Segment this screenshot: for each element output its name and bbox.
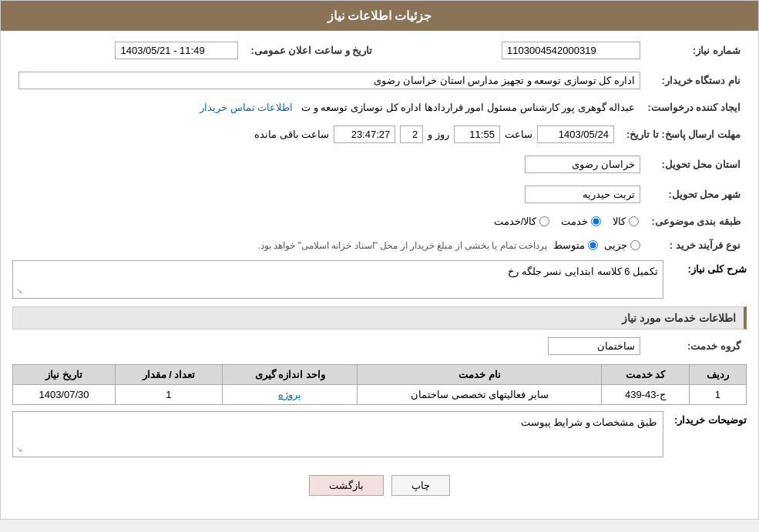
button-group: چاپ بازگشت <box>12 463 747 511</box>
tabaqe-radios: کالا خدمت کالا/خدمت <box>12 212 645 230</box>
khadamat-radio[interactable] <box>591 216 601 226</box>
col-date: تاریخ نیاز <box>13 365 116 385</box>
naveFarayand-content: جزیی متوسط پرداخت تمام یا بخشی از مبلغ خ… <box>12 236 646 254</box>
time-box: 11:55 <box>454 125 500 143</box>
shahr-box: تربت حیدریه <box>525 186 640 203</box>
tabaqe-radio-group: کالا خدمت کالا/خدمت <box>18 216 639 227</box>
payment-text: پرداخت تمام یا بخشی از مبلغ خریدار از مح… <box>258 240 547 251</box>
tozihat-container: طبق مشخصات و شرایط پیوست ↘ <box>12 411 663 457</box>
page-header: جزئیات اطلاعات نیاز <box>1 1 758 31</box>
col-count: تعداد / مقدار <box>115 365 222 385</box>
info-table-grohe: گروه خدمت: ساختمان <box>12 334 747 358</box>
tozihat-row: توضیحات خریدار: طبق مشخصات و شرایط پیوست… <box>12 411 747 457</box>
cell-date: 1403/07/30 <box>13 385 116 405</box>
kala-khadamat-radio-item: کالا/خدمت <box>494 216 550 227</box>
khadamat-radio-item: خدمت <box>561 216 601 227</box>
shahr-value: تربت حیدریه <box>68 182 646 206</box>
ejadKonande-link[interactable]: اطلاعات تماس خریدار <box>200 102 293 113</box>
info-table-ostan: استان محل تحویل: خراسان رضوی <box>12 152 747 176</box>
content-area: شماره نیاز: 1103004542000319 تاریخ و ساع… <box>1 31 758 519</box>
jozei-radio-item: جزیی <box>604 239 640 251</box>
info-table-tabaqe: طبقه بندی موضوعی: کالا خدمت <box>12 212 747 230</box>
baghimande-box: 23:47:27 <box>334 125 395 143</box>
col-unit: واحد اندازه گیری <box>222 365 357 385</box>
page-wrapper: جزئیات اطلاعات نیاز شماره نیاز: 11030045… <box>0 0 759 520</box>
services-table: ردیف کد خدمت نام خدمت واحد اندازه گیری ت… <box>12 364 747 405</box>
shomareNiaz-value: 1103004542000319 <box>388 38 646 62</box>
col-code: کد خدمت <box>602 365 689 385</box>
grohe-label: گروه خدمت: <box>646 334 747 358</box>
cell-unit: پروژه <box>222 385 357 405</box>
shahr-label: شهر محل تحویل: <box>646 182 747 206</box>
print-button[interactable]: چاپ <box>391 475 450 496</box>
naveFarayand-label: نوع فرآیند خرید : <box>646 236 747 254</box>
ostan-box: خراسان رضوی <box>525 156 640 173</box>
jozei-radio[interactable] <box>630 240 640 250</box>
namDastgah-box: اداره کل توسازی توسعه و تجهیز مدارس استا… <box>18 72 640 89</box>
ejadKonande-label: ایجاد کننده درخواست: <box>641 99 747 116</box>
cell-radif: 1 <box>689 385 746 405</box>
rooz-label: روز و <box>428 129 449 140</box>
ostan-value: خراسان رضوی <box>68 152 646 176</box>
motevaset-label: متوسط <box>553 239 585 251</box>
cell-name: سایر فعالیتهای تخصصی ساختمان <box>358 385 602 405</box>
page-title: جزئیات اطلاعات نیاز <box>327 9 432 22</box>
tozihat-box: طبق مشخصات و شرایط پیوست ↘ <box>12 411 663 457</box>
ostan-label: استان محل تحویل: <box>646 152 747 176</box>
info-table-dastgah: نام دستگاه خریدار: اداره کل توسازی توسعه… <box>12 69 747 92</box>
namDastgah-label: نام دستگاه خریدار: <box>646 69 747 92</box>
namDastgah-value: اداره کل توسازی توسعه و تجهیز مدارس استا… <box>12 69 646 92</box>
time-label: ساعت <box>505 129 532 140</box>
col-name: نام خدمت <box>358 365 602 385</box>
jozei-label: جزیی <box>604 239 627 251</box>
grohe-value: ساختمان <box>12 334 646 358</box>
grohe-box: ساختمان <box>548 337 640 355</box>
tarix-ersal-value: 1403/05/21 - 11:49 <box>12 38 244 62</box>
kala-khadamat-label: کالا/خدمت <box>494 216 537 227</box>
info-table-ejad: ایجاد کننده درخواست: عبداله گوهری پور کا… <box>12 99 747 116</box>
tozihat-resize-icon: ↘ <box>16 445 22 453</box>
kala-label: کالا <box>613 216 626 227</box>
table-row: 1 ج-43-439 سایر فعالیتهای تخصصی ساختمان … <box>13 385 747 405</box>
sharh-row: شرح کلی نیاز: تکمیل 6 کلاسه ابتدایی نسر … <box>12 260 747 299</box>
services-section-title: اطلاعات خدمات مورد نیاز <box>12 306 747 330</box>
sharh-label: شرح کلی نیاز: <box>670 260 747 275</box>
sharh-container: تکمیل 6 کلاسه ابتدایی نسر جلگه رخ ↘ <box>12 260 663 299</box>
info-table-shahr: شهر محل تحویل: تربت حیدریه <box>12 182 747 206</box>
tabaqe-label: طبقه بندی موضوعی: <box>645 212 747 230</box>
tozihat-value: طبق مشخصات و شرایط پیوست <box>521 417 657 428</box>
sharh-value: تکمیل 6 کلاسه ابتدایی نسر جلگه رخ <box>508 266 658 277</box>
shomareNiaz-box: 1103004542000319 <box>502 42 640 59</box>
info-table-mohlet: مهلت ارسال پاسخ: تا تاریخ: 1403/05/24 سا… <box>12 122 747 146</box>
col-radif: ردیف <box>689 365 746 385</box>
info-table-top: شماره نیاز: 1103004542000319 تاریخ و ساع… <box>12 38 747 62</box>
motevaset-radio-item: متوسط <box>553 239 598 251</box>
shomareNiaz-label: شماره نیاز: <box>646 38 747 62</box>
mohlatErsal-label: مهلت ارسال پاسخ: تا تاریخ: <box>620 122 747 146</box>
mohlatErsal-row: 1403/05/24 ساعت 11:55 روز و 2 23:47:27 س… <box>18 125 614 143</box>
cell-count: 1 <box>115 385 222 405</box>
tozihat-label: توضیحات خریدار: <box>670 411 747 426</box>
baghimande-label: ساعت باقی مانده <box>254 129 329 140</box>
process-type-row: جزیی متوسط پرداخت تمام یا بخشی از مبلغ خ… <box>18 239 640 251</box>
ejadKonande-value: عبداله گوهری پور کارشناس مسئول امور قرار… <box>12 99 641 116</box>
date-box: 1403/05/24 <box>537 125 614 143</box>
mohlatErsal-values: 1403/05/24 ساعت 11:55 روز و 2 23:47:27 س… <box>12 122 620 146</box>
sharh-box: تکمیل 6 کلاسه ابتدایی نسر جلگه رخ ↘ <box>12 260 663 299</box>
tarix-ersal-label: تاریخ و ساعت اعلان عمومی: <box>244 38 388 62</box>
cell-code: ج-43-439 <box>602 385 689 405</box>
rooz-box: 2 <box>400 125 423 143</box>
kala-radio[interactable] <box>629 216 639 226</box>
unit-link[interactable]: پروژه <box>278 389 301 400</box>
khadamat-label: خدمت <box>561 216 588 227</box>
info-table-farayand: نوع فرآیند خرید : جزیی متوسط پرداخت تمام… <box>12 236 747 254</box>
motevaset-radio[interactable] <box>588 240 598 250</box>
resize-icon: ↘ <box>16 286 22 295</box>
tarix-ersal-box: 1403/05/21 - 11:49 <box>115 42 238 59</box>
kala-khadamat-radio[interactable] <box>539 216 549 226</box>
back-button[interactable]: بازگشت <box>309 475 384 496</box>
ejadKonande-text: عبداله گوهری پور کارشناس مسئول امور قرار… <box>301 102 635 113</box>
kala-radio-item: کالا <box>613 216 639 227</box>
